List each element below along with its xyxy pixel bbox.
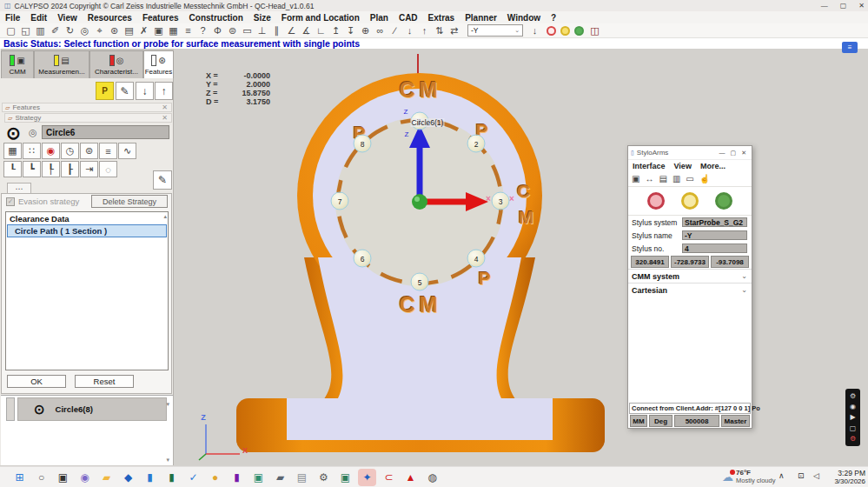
camera-icon[interactable]: ◉ (850, 403, 856, 410)
stamp-icon[interactable]: ⊛ (108, 24, 121, 37)
report-icon[interactable]: ≡ (182, 24, 195, 37)
feature-name-field[interactable]: Circle6 (42, 125, 169, 139)
move-down-button[interactable]: ↓ (136, 82, 154, 100)
field-value[interactable]: 4 (682, 244, 747, 253)
unit-field[interactable]: 500008 (674, 415, 719, 427)
check-icon[interactable]: ✓ (184, 469, 202, 486)
scroll-down-icon[interactable]: ▾ (166, 457, 169, 464)
stylus-window-title-bar[interactable]: ▯ StyloArms — ▢ ✕ (628, 146, 752, 160)
notes-icon[interactable]: ▤ (293, 469, 311, 486)
edit-pencil-button[interactable]: ✎ (116, 82, 134, 100)
parallel-icon[interactable]: ∥ (270, 24, 283, 37)
minimize-icon[interactable]: — (719, 150, 726, 156)
roundness-icon[interactable]: ⊜ (226, 24, 239, 37)
help-icon[interactable]: ? (196, 24, 209, 37)
probe-tilt-icon[interactable]: ↓ (528, 24, 541, 37)
sphere-icon[interactable]: ⊕ (359, 24, 372, 37)
search-icon[interactable]: ○ (32, 469, 50, 486)
menu-item[interactable]: Form and Location (276, 13, 365, 23)
sync-icon[interactable]: ◆ (119, 469, 137, 486)
import-icon[interactable]: ↥ (329, 24, 342, 37)
system-dropdown[interactable]: CMM system ⌄ (628, 269, 752, 283)
calypso-red-icon[interactable]: ⊂ (380, 469, 398, 486)
menu-item[interactable]: More... (696, 162, 730, 170)
close-icon[interactable]: ✕ (162, 114, 168, 122)
delete-icon[interactable]: ✗ (137, 24, 150, 37)
calypso-active-icon[interactable]: ✦ (358, 469, 376, 486)
maximize-icon[interactable]: ▢ (840, 0, 847, 11)
probe-down-icon[interactable]: ↓ (403, 24, 416, 37)
rectangle-icon[interactable]: ▭ (241, 24, 254, 37)
yellow-light[interactable] (560, 26, 570, 36)
zoom-icon[interactable]: ◎ (78, 24, 91, 37)
free-form-icon[interactable]: ◌ (99, 161, 117, 177)
rotate-icon[interactable]: ↻ (63, 24, 76, 37)
volume-icon[interactable]: ◁ (813, 471, 819, 480)
close-icon[interactable]: ✕ (741, 150, 746, 157)
circle-points-icon[interactable]: ◉ (42, 143, 60, 159)
scroll-down-icon[interactable]: ▾ (166, 401, 169, 408)
window-tile-icon[interactable]: ▣ (632, 174, 639, 183)
unit-field[interactable]: MM (630, 415, 647, 427)
results-drag-handle[interactable] (6, 397, 15, 421)
probe-up-icon[interactable]: ↑ (418, 24, 431, 37)
approach-pair-icon[interactable]: ┠ (61, 161, 79, 177)
field-value[interactable]: -Y (682, 230, 747, 240)
delete-strategy-button[interactable]: Delete Strategy (91, 195, 168, 208)
menu-item[interactable]: Resources (83, 13, 137, 23)
unit-field[interactable]: Deg (649, 415, 673, 427)
approach-z-icon[interactable]: ┖ (3, 161, 22, 177)
system-dropdown[interactable]: Cartesian ⌄ (628, 283, 752, 297)
clipboard-icon[interactable]: ▦ (167, 24, 180, 37)
app-green-icon[interactable]: ▣ (249, 469, 268, 486)
menu-item[interactable]: Extras (423, 13, 461, 23)
gear-icon[interactable]: ⚙ (315, 469, 333, 486)
menu-item[interactable]: Planner (460, 13, 502, 23)
task-view-icon[interactable]: ▣ (54, 469, 72, 486)
folder-dark-icon[interactable]: ▰ (271, 469, 289, 486)
acrobat-icon[interactable]: ▲ (401, 469, 420, 486)
evasion-checkbox[interactable]: ✓ (6, 197, 15, 206)
gear-icon[interactable]: ⚙ (850, 392, 856, 400)
brush-icon[interactable]: ✐ (49, 24, 62, 37)
settings-red-icon[interactable]: ⚙ (850, 435, 856, 443)
edit-strategy-pencil-button[interactable]: ✎ (153, 170, 172, 190)
approach-double-icon[interactable]: ┞ (42, 161, 60, 177)
unit-field[interactable]: Master (721, 415, 750, 427)
screen-icon[interactable]: ▭ (686, 174, 693, 183)
path-icon[interactable]: ⇥ (80, 161, 98, 177)
network-icon[interactable]: ⊡ (798, 471, 805, 480)
points-pattern-icon[interactable]: ∷ (23, 143, 41, 159)
connector-icon[interactable]: ↔ (645, 174, 653, 183)
ribbon-tab[interactable]: ◎ Characterist... (89, 50, 143, 78)
menu-item[interactable]: ? (546, 13, 561, 23)
table-icon[interactable]: ▦ (3, 143, 22, 159)
probe-button[interactable]: P (96, 82, 114, 100)
red-light[interactable] (547, 26, 556, 36)
menu-item[interactable]: Window (502, 13, 546, 23)
close-icon[interactable]: ✕ (162, 103, 168, 111)
list-icon[interactable]: ≡ (99, 143, 117, 159)
circle-clock-icon[interactable]: ◷ (61, 143, 79, 159)
menu-item[interactable]: Edit (25, 13, 52, 23)
reset-button[interactable]: Reset (75, 375, 134, 388)
yellow-status-light[interactable] (681, 192, 699, 210)
file-explorer-icon[interactable]: ▰ (97, 469, 116, 486)
teams-green-icon[interactable]: ▣ (336, 469, 354, 486)
menu-item[interactable]: Plan (365, 13, 394, 23)
wave-icon[interactable]: ∿ (118, 143, 136, 159)
mail-icon[interactable]: ▮ (141, 469, 159, 486)
axis-system-icon[interactable]: ∟ (315, 24, 328, 37)
ribbon-tab[interactable]: ▣ CMM (1, 50, 34, 78)
clipboard-icon[interactable]: ▤ (659, 174, 666, 183)
record-icon[interactable]: ▶ (850, 413, 855, 421)
tray-chevron-icon[interactable]: ∧ (779, 471, 785, 480)
strategy-list[interactable]: Clearance Data Circle Path ( 1 Section )… (5, 211, 169, 370)
menu-item[interactable]: Features (137, 13, 184, 23)
perpendicular-icon[interactable]: ⊥ (255, 24, 268, 37)
probe-switch-icon[interactable]: ⇅ (433, 24, 446, 37)
privacy-icon[interactable]: ◍ (423, 469, 441, 486)
ok-button[interactable]: OK (7, 375, 66, 388)
menu-item[interactable]: View (670, 162, 696, 170)
menu-item[interactable]: Size (248, 13, 276, 23)
